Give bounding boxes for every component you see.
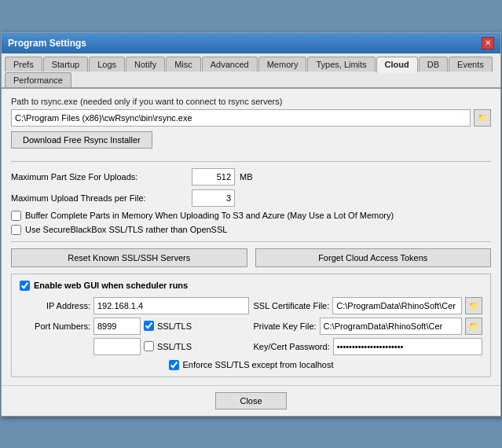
ssl-tls-label-2: SSL/TLS — [157, 342, 192, 351]
enforce-row: Enforce SSL/TLS except from localhost — [20, 360, 482, 370]
ssl-cert-label: SSL Certificate File: — [254, 301, 330, 310]
cloud-tab-content: Path to rsync.exe (needed only if you wa… — [2, 89, 500, 385]
max-upload-threads-row: Maximum Upload Threads per File: — [11, 189, 491, 207]
port-input-2[interactable] — [93, 338, 141, 355]
rsync-path-input[interactable] — [11, 109, 471, 127]
ssl-cert-browse-button[interactable]: 📁 — [465, 297, 482, 314]
buffer-checkbox-label: Buffer Complete Parts in Memory When Upl… — [25, 211, 394, 220]
close-button[interactable]: Close — [215, 392, 286, 409]
private-key-label: Private Key File: — [254, 321, 317, 331]
tab-types-limits[interactable]: Types, Limits — [307, 57, 375, 72]
ssl-tls-checkbox-1[interactable] — [144, 321, 154, 331]
port-row-2: SSL/TLS — [20, 338, 249, 355]
reset-ssl-button[interactable]: Reset Known SSL/SSH Servers — [11, 248, 247, 267]
tab-db[interactable]: DB — [419, 57, 448, 72]
max-part-size-row: Maximum Part Size For Uploads: MB — [11, 168, 491, 185]
tab-memory[interactable]: Memory — [258, 57, 307, 72]
ip-input[interactable] — [93, 297, 249, 314]
ssl-tls-checkbox-2[interactable] — [144, 341, 154, 351]
port-label: Port Numbers: — [20, 321, 90, 331]
key-cert-input[interactable] — [333, 338, 482, 355]
max-part-size-unit: MB — [240, 172, 253, 182]
action-buttons-row: Reset Known SSL/SSH Servers Forget Cloud… — [11, 248, 491, 267]
key-cert-label: Key/Cert Password: — [254, 342, 330, 351]
ip-label: IP Address: — [20, 301, 90, 310]
bottom-bar: Close — [2, 385, 500, 416]
divider-2 — [11, 241, 491, 242]
max-upload-threads-input[interactable] — [192, 189, 235, 207]
ssl-checkbox[interactable] — [11, 225, 21, 235]
titlebar: Program Settings ✕ — [2, 33, 500, 53]
rsync-label: Path to rsync.exe (needed only if you wa… — [11, 97, 491, 106]
tab-cloud[interactable]: Cloud — [376, 57, 418, 73]
rsync-path-row: 📁 — [11, 109, 491, 127]
tab-events[interactable]: Events — [449, 57, 493, 72]
left-column: IP Address: Port Numbers: SSL/TLS — [20, 297, 249, 355]
web-gui-checkbox[interactable] — [20, 281, 30, 291]
tab-misc[interactable]: Misc — [166, 57, 201, 72]
web-gui-section: Enable web GUI when scheduler runs IP Ad… — [11, 274, 491, 377]
program-settings-window: Program Settings ✕ Prefs Startup Logs No… — [1, 32, 501, 417]
port-row: Port Numbers: SSL/TLS — [20, 318, 249, 335]
tab-prefs[interactable]: Prefs — [5, 57, 42, 72]
window-close-button[interactable]: ✕ — [482, 37, 494, 50]
web-gui-checkbox-row: Enable web GUI when scheduler runs — [20, 281, 482, 291]
ssl-cert-row: SSL Certificate File: 📁 — [254, 297, 483, 314]
tab-notify[interactable]: Notify — [126, 57, 165, 72]
divider-1 — [11, 161, 491, 162]
web-gui-grid: IP Address: Port Numbers: SSL/TLS — [20, 297, 482, 355]
private-key-row: Private Key File: 📁 — [254, 318, 483, 335]
rsync-browse-button[interactable]: 📁 — [474, 109, 491, 127]
forget-tokens-button[interactable]: Forget Cloud Access Tokens — [255, 248, 492, 267]
tab-bar: Prefs Startup Logs Notify Misc Advanced … — [2, 53, 500, 89]
port-input[interactable] — [93, 318, 141, 335]
private-key-browse-button[interactable]: 📁 — [465, 318, 482, 335]
ssl-cert-input[interactable] — [332, 297, 462, 314]
ssl-checkbox-row: Use SecureBlackBox SSL/TLS rather than O… — [11, 225, 491, 235]
web-gui-label: Enable web GUI when scheduler runs — [34, 281, 188, 290]
tab-logs[interactable]: Logs — [89, 57, 125, 72]
ssl-tls-label-1: SSL/TLS — [157, 321, 192, 331]
tab-advanced[interactable]: Advanced — [202, 57, 258, 72]
download-rsync-button[interactable]: Download Free Rsync Installer — [11, 131, 152, 149]
enforce-label: Enforce SSL/TLS except from localhost — [183, 360, 334, 369]
tab-performance[interactable]: Performance — [5, 72, 71, 87]
key-cert-row: Key/Cert Password: — [254, 338, 483, 355]
tab-startup[interactable]: Startup — [43, 57, 88, 72]
ssl-checkbox-label: Use SecureBlackBox SSL/TLS rather than O… — [25, 225, 227, 234]
right-column: SSL Certificate File: 📁 Private Key File… — [254, 297, 483, 355]
buffer-checkbox[interactable] — [11, 211, 21, 221]
max-part-size-label: Maximum Part Size For Uploads: — [11, 172, 192, 182]
private-key-input[interactable] — [320, 318, 462, 335]
ip-row: IP Address: — [20, 297, 249, 314]
buffer-checkbox-row: Buffer Complete Parts in Memory When Upl… — [11, 211, 491, 221]
enforce-ssl-checkbox[interactable] — [169, 360, 179, 370]
max-upload-threads-label: Maximum Upload Threads per File: — [11, 193, 192, 203]
max-part-size-input[interactable] — [192, 168, 235, 185]
window-title: Program Settings — [8, 38, 86, 49]
